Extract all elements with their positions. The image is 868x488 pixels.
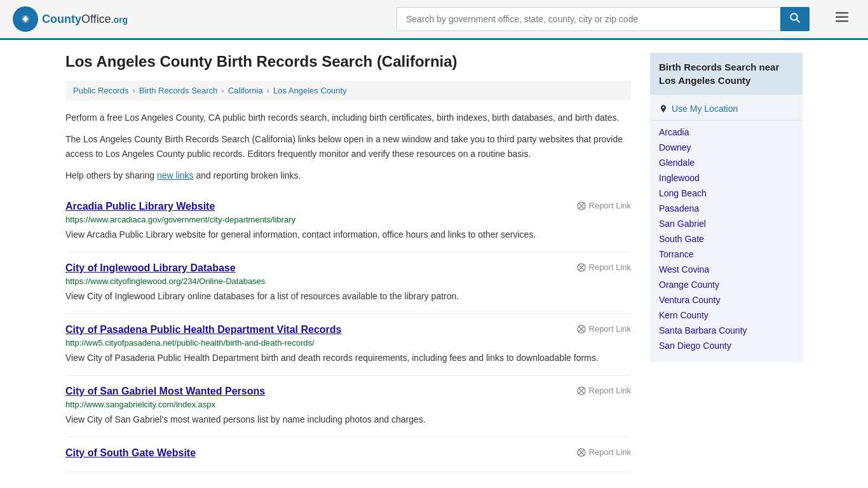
- breadcrumb-california[interactable]: California: [228, 86, 263, 95]
- result-item: City of San Gabriel Most Wanted Persons …: [65, 376, 631, 437]
- main-container: Los Angeles County Birth Records Search …: [53, 40, 815, 485]
- result-item: City of Pasadena Public Health Departmen…: [65, 314, 631, 376]
- sidebar-link-pasadena[interactable]: Pasadena: [659, 201, 794, 216]
- breadcrumb-public-records[interactable]: Public Records: [73, 86, 128, 95]
- main-content: Los Angeles County Birth Records Search …: [65, 53, 631, 472]
- report-icon: [576, 201, 587, 211]
- menu-button[interactable]: [829, 6, 855, 32]
- report-link[interactable]: Report Link: [576, 201, 631, 211]
- result-desc: View City of Inglewood Library online da…: [65, 290, 631, 303]
- breadcrumb: Public Records › Birth Records Search › …: [65, 81, 631, 100]
- sidebar-link-glendale[interactable]: Glendale: [659, 155, 794, 170]
- sidebar-link-san-gabriel[interactable]: San Gabriel: [659, 216, 794, 231]
- report-icon: [576, 447, 587, 458]
- sidebar-title: Birth Records Search near Los Angeles Co…: [650, 53, 803, 95]
- report-icon: [576, 386, 587, 396]
- report-icon: [576, 262, 587, 273]
- svg-rect-5: [836, 12, 848, 14]
- svg-rect-6: [836, 17, 848, 18]
- logo[interactable]: CountyOffice.org: [13, 6, 128, 32]
- search-area: [397, 7, 810, 31]
- use-my-location[interactable]: Use My Location: [650, 101, 803, 121]
- logo-text: CountyOffice.org: [42, 13, 128, 26]
- sidebar-link-arcadia[interactable]: Arcadia: [659, 125, 794, 140]
- search-icon: [789, 12, 801, 24]
- search-input[interactable]: [397, 7, 780, 31]
- report-icon: [576, 324, 587, 334]
- sidebar-link-torrance[interactable]: Torrance: [659, 247, 794, 262]
- result-title[interactable]: City of San Gabriel Most Wanted Persons: [65, 386, 265, 397]
- result-item: City of South Gate Website Report Link: [65, 437, 631, 472]
- result-url: https://www.cityofinglewood.org/234/Onli…: [65, 276, 631, 286]
- sidebar-link-orange-county[interactable]: Orange County: [659, 277, 794, 292]
- sidebar-link-west-covina[interactable]: West Covina: [659, 262, 794, 277]
- breadcrumb-birth-records-search[interactable]: Birth Records Search: [139, 86, 218, 95]
- search-button[interactable]: [780, 7, 810, 31]
- result-url: http://www.sangabrielcity.com/index.aspx: [65, 400, 631, 409]
- use-my-location-label: Use My Location: [672, 104, 738, 114]
- svg-point-3: [790, 13, 797, 20]
- report-link[interactable]: Report Link: [576, 262, 631, 273]
- svg-line-4: [796, 19, 799, 22]
- result-item: City of Inglewood Library Database Repor…: [65, 252, 631, 314]
- sidebar-link-kern-county[interactable]: Kern County: [659, 308, 794, 323]
- breadcrumb-sep-1: ›: [132, 86, 135, 95]
- report-link[interactable]: Report Link: [576, 324, 631, 334]
- result-header: City of San Gabriel Most Wanted Persons …: [65, 386, 631, 400]
- result-desc: View Arcadia Public Library website for …: [65, 228, 631, 241]
- sidebar-link-downey[interactable]: Downey: [659, 140, 794, 155]
- result-title[interactable]: Arcadia Public Library Website: [65, 201, 215, 212]
- breadcrumb-la-county[interactable]: Los Angeles County: [273, 86, 347, 95]
- description-3: Help others by sharing new links and rep…: [65, 168, 631, 182]
- location-icon: [659, 104, 668, 113]
- breadcrumb-sep-3: ›: [267, 86, 269, 95]
- result-header: City of South Gate Website Report Link: [65, 447, 631, 461]
- description-1: Perform a free Los Angeles County, CA pu…: [65, 111, 631, 125]
- sidebar-link-santa-barbara-county[interactable]: Santa Barbara County: [659, 323, 794, 338]
- result-header: Arcadia Public Library Website Report Li…: [65, 201, 631, 215]
- sidebar-link-inglewood[interactable]: Inglewood: [659, 170, 794, 186]
- description-2: The Los Angeles County Birth Records Sea…: [65, 132, 631, 161]
- sidebar: Birth Records Search near Los Angeles Co…: [650, 53, 803, 472]
- result-url: http://ww5.cityofpasadena.net/public-hea…: [65, 338, 631, 348]
- report-link[interactable]: Report Link: [576, 447, 631, 458]
- results-container: Arcadia Public Library Website Report Li…: [65, 191, 631, 472]
- sidebar-link-long-beach[interactable]: Long Beach: [659, 186, 794, 201]
- result-desc: View City of Pasadena Public Health Depa…: [65, 351, 631, 365]
- result-title[interactable]: City of South Gate Website: [65, 447, 196, 459]
- result-url: https://www.arcadiaca.gov/government/cit…: [65, 215, 631, 224]
- sidebar-links: ArcadiaDowneyGlendaleInglewoodLong Beach…: [650, 125, 803, 362]
- result-title[interactable]: City of Pasadena Public Health Departmen…: [65, 324, 342, 336]
- page-title: Los Angeles County Birth Records Search …: [65, 53, 631, 71]
- sidebar-link-san-diego-county[interactable]: San Diego County: [659, 338, 794, 353]
- svg-point-2: [24, 18, 27, 20]
- sidebar-box: Birth Records Search near Los Angeles Co…: [650, 53, 803, 362]
- new-links-link[interactable]: new links: [157, 170, 194, 180]
- result-title[interactable]: City of Inglewood Library Database: [65, 262, 236, 274]
- svg-rect-7: [836, 20, 848, 22]
- logo-icon: [13, 6, 38, 32]
- hamburger-icon: [834, 9, 850, 25]
- result-item: Arcadia Public Library Website Report Li…: [65, 191, 631, 252]
- result-desc: View City of San Gabriel's most wanted p…: [65, 413, 631, 426]
- sidebar-link-ventura-county[interactable]: Ventura County: [659, 292, 794, 308]
- site-header: CountyOffice.org: [0, 0, 868, 40]
- result-header: City of Inglewood Library Database Repor…: [65, 262, 631, 276]
- sidebar-link-south-gate[interactable]: South Gate: [659, 231, 794, 247]
- report-link[interactable]: Report Link: [576, 386, 631, 396]
- result-header: City of Pasadena Public Health Departmen…: [65, 324, 631, 338]
- breadcrumb-sep-2: ›: [221, 86, 224, 95]
